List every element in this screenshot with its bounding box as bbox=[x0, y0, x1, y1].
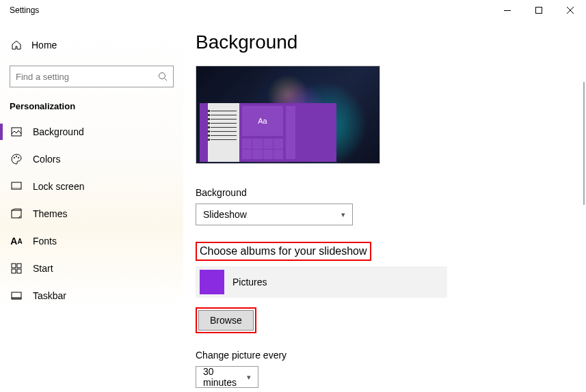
interval-dropdown[interactable]: 30 minutes ▾ bbox=[196, 366, 258, 388]
svg-rect-1 bbox=[536, 8, 542, 14]
svg-point-2 bbox=[159, 73, 165, 79]
background-preview: Aa bbox=[196, 66, 380, 164]
browse-highlight: Browse bbox=[196, 307, 256, 333]
section-title: Personalization bbox=[0, 98, 183, 118]
nav-colors[interactable]: Colors bbox=[0, 145, 183, 173]
interval-value: 30 minutes bbox=[203, 366, 247, 388]
album-swatch bbox=[200, 270, 224, 294]
background-dropdown[interactable]: Slideshow ▾ bbox=[196, 204, 353, 225]
titlebar: Settings bbox=[0, 0, 586, 20]
browse-button[interactable]: Browse bbox=[198, 310, 254, 331]
palette-icon bbox=[11, 154, 22, 165]
svg-rect-13 bbox=[17, 269, 21, 273]
nav-themes[interactable]: Themes bbox=[0, 200, 183, 227]
album-item[interactable]: Pictures bbox=[196, 266, 447, 298]
main-panel: Background Aa Background Slideshow ▾ bbox=[183, 20, 586, 392]
nav-home-label: Home bbox=[31, 40, 57, 51]
svg-point-6 bbox=[18, 157, 19, 158]
svg-rect-15 bbox=[12, 297, 21, 299]
albums-label: Choose albums for your slideshow bbox=[196, 242, 371, 261]
window-title: Settings bbox=[0, 5, 39, 15]
background-label: Background bbox=[196, 187, 586, 198]
sidebar: Home Personalization Background Colors bbox=[0, 20, 183, 392]
svg-rect-8 bbox=[12, 187, 21, 189]
themes-icon bbox=[11, 208, 22, 219]
svg-rect-10 bbox=[12, 264, 16, 268]
nav-label: Fonts bbox=[33, 236, 57, 247]
nav-background[interactable]: Background bbox=[0, 118, 183, 145]
picture-icon bbox=[11, 126, 22, 137]
lockscreen-icon bbox=[11, 181, 22, 192]
chevron-down-icon: ▾ bbox=[247, 373, 251, 382]
nav-label: Background bbox=[33, 126, 84, 137]
search-field[interactable] bbox=[16, 72, 158, 82]
window-controls bbox=[492, 0, 586, 20]
interval-label: Change picture every bbox=[196, 350, 586, 361]
preview-tile-text: Aa bbox=[242, 106, 283, 136]
scrollbar-thumb[interactable] bbox=[583, 82, 585, 205]
nav-label: Taskbar bbox=[33, 290, 66, 301]
maximize-button[interactable] bbox=[523, 0, 555, 20]
nav-label: Lock screen bbox=[33, 181, 84, 192]
taskbar-icon bbox=[11, 290, 22, 301]
chevron-down-icon: ▾ bbox=[341, 210, 345, 219]
background-value: Slideshow bbox=[203, 209, 247, 220]
album-name: Pictures bbox=[232, 277, 267, 288]
start-icon bbox=[11, 263, 22, 274]
svg-rect-0 bbox=[504, 10, 511, 11]
nav-label: Themes bbox=[33, 208, 68, 219]
svg-point-5 bbox=[16, 156, 17, 157]
nav-label: Colors bbox=[33, 154, 60, 165]
nav-home[interactable]: Home bbox=[0, 33, 183, 57]
nav-fonts[interactable]: AA Fonts bbox=[0, 227, 183, 255]
page-title: Background bbox=[196, 31, 586, 53]
home-icon bbox=[11, 40, 22, 51]
minimize-button[interactable] bbox=[492, 0, 523, 20]
svg-rect-12 bbox=[12, 269, 16, 273]
nav-label: Start bbox=[33, 263, 53, 274]
nav-start[interactable]: Start bbox=[0, 255, 183, 282]
svg-point-4 bbox=[14, 157, 15, 158]
nav-taskbar[interactable]: Taskbar bbox=[0, 282, 183, 309]
fonts-icon: AA bbox=[11, 236, 22, 247]
svg-rect-11 bbox=[17, 264, 21, 268]
scrollbar[interactable] bbox=[582, 82, 586, 287]
close-button[interactable] bbox=[555, 0, 586, 20]
nav-lockscreen[interactable]: Lock screen bbox=[0, 173, 183, 200]
search-input[interactable] bbox=[10, 66, 174, 87]
search-icon bbox=[158, 72, 168, 81]
